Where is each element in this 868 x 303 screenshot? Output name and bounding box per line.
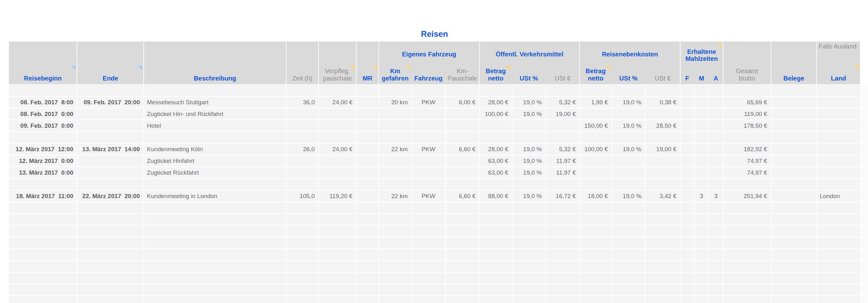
cell-betrag-netto-oev[interactable] (480, 120, 512, 131)
cell-beschreibung[interactable] (144, 214, 286, 225)
cell-belege[interactable] (771, 237, 816, 248)
cell-gesamt-brutto[interactable] (723, 273, 771, 284)
cell-reisebeginn[interactable]: 13. März 2017 0:00 (9, 167, 77, 178)
cell-ust-prozent-oev[interactable] (513, 284, 545, 295)
cell-betrag-netto-oev[interactable] (480, 179, 512, 190)
cell-ust-euro-oev[interactable] (546, 226, 579, 237)
column-header-belege[interactable]: Belege (771, 75, 816, 84)
cell-belege[interactable] (771, 202, 816, 213)
cell-ust-euro-rnk[interactable] (646, 273, 680, 284)
cell-belege[interactable] (771, 85, 816, 96)
cell-betrag-netto-rnk[interactable] (580, 132, 611, 143)
cell-verpfleg-pauschale[interactable] (319, 202, 356, 213)
column-header-verpfleg-pauschale[interactable]: Verpfleg. pauschale (319, 68, 356, 84)
cell-betrag-netto-oev[interactable]: 63,00 € (480, 155, 512, 166)
cell-betrag-netto-rnk[interactable] (580, 249, 611, 260)
cell-ust-prozent-rnk[interactable] (612, 202, 645, 213)
cell-ust-euro-rnk[interactable]: 3,42 € (646, 191, 680, 202)
cell-reisebeginn[interactable] (9, 237, 77, 248)
cell-f[interactable] (681, 284, 694, 295)
cell-betrag-netto-rnk[interactable] (580, 167, 611, 178)
cell-m[interactable] (694, 273, 708, 284)
cell-zeit-h[interactable]: 36,0 (286, 97, 318, 108)
cell-reisebeginn[interactable] (9, 296, 77, 303)
cell-ust-euro-rnk[interactable] (646, 179, 680, 190)
cell-f[interactable] (681, 167, 694, 178)
cell-gesamt-brutto[interactable]: 74,97 € (723, 167, 771, 178)
cell-belege[interactable] (771, 249, 816, 260)
cell-belege[interactable] (771, 155, 816, 166)
cell-belege[interactable] (771, 191, 816, 202)
column-header-land[interactable]: Land (817, 75, 860, 84)
cell-land[interactable] (817, 120, 860, 131)
cell-ust-prozent-rnk[interactable]: 19,0 % (612, 120, 645, 131)
cell-mr[interactable] (356, 261, 378, 272)
cell-fahrzeug[interactable] (412, 261, 445, 272)
cell-ust-euro-rnk[interactable] (646, 132, 680, 143)
cell-zeit-h[interactable] (286, 261, 318, 272)
cell-km-pauschale[interactable] (446, 155, 479, 166)
cell-belege[interactable] (771, 273, 816, 284)
cell-ust-euro-oev[interactable]: 11,97 € (546, 155, 579, 166)
cell-zeit-h[interactable] (286, 132, 318, 143)
cell-zeit-h[interactable] (286, 249, 318, 260)
cell-gesamt-brutto[interactable] (723, 85, 771, 96)
cell-betrag-netto-rnk[interactable] (580, 261, 611, 272)
column-header-gesamt-brutto[interactable]: Gesamt brutto (723, 68, 771, 84)
cell-ust-prozent-rnk[interactable] (612, 179, 645, 190)
cell-ust-prozent-oev[interactable] (513, 85, 545, 96)
cell-ende[interactable] (78, 132, 144, 143)
cell-beschreibung[interactable] (144, 261, 286, 272)
cell-km-pauschale[interactable] (446, 167, 479, 178)
cell-m[interactable]: 3 (694, 191, 708, 202)
cell-reisebeginn[interactable] (9, 284, 77, 295)
cell-ust-prozent-rnk[interactable] (612, 296, 645, 303)
cell-betrag-netto-oev[interactable] (480, 202, 512, 213)
cell-km-gefahren[interactable] (379, 249, 411, 260)
cell-mr[interactable] (356, 284, 378, 295)
cell-betrag-netto-oev[interactable]: 28,00 € (480, 143, 512, 155)
cell-gesamt-brutto[interactable]: 182,92 € (723, 143, 771, 155)
cell-ust-euro-oev[interactable] (546, 179, 579, 190)
cell-a[interactable] (709, 143, 723, 155)
column-header-mr[interactable]: MR (356, 75, 378, 84)
cell-reisebeginn[interactable]: 12. März 2017 12:00 (9, 143, 77, 155)
cell-ust-prozent-oev[interactable] (513, 226, 545, 237)
cell-verpfleg-pauschale[interactable] (319, 284, 356, 295)
cell-beschreibung[interactable] (144, 249, 286, 260)
cell-km-gefahren[interactable] (379, 179, 411, 190)
cell-gesamt-brutto[interactable] (723, 237, 771, 248)
cell-fahrzeug[interactable] (412, 296, 445, 303)
cell-zeit-h[interactable] (286, 202, 318, 213)
cell-mr[interactable] (356, 191, 378, 202)
cell-beschreibung[interactable]: Zugticket Rückfahrt (144, 167, 286, 178)
cell-zeit-h[interactable]: 105,0 (286, 191, 318, 202)
column-header-a[interactable]: A (709, 75, 723, 84)
cell-fahrzeug[interactable] (412, 284, 445, 295)
cell-beschreibung[interactable] (144, 273, 286, 284)
cell-ust-euro-rnk[interactable] (646, 85, 680, 96)
cell-ende[interactable] (78, 284, 144, 295)
cell-m[interactable] (694, 202, 708, 213)
cell-mr[interactable] (356, 85, 378, 96)
cell-verpfleg-pauschale[interactable] (319, 226, 356, 237)
cell-ust-euro-rnk[interactable]: 28,50 € (646, 120, 680, 131)
cell-km-pauschale[interactable]: 6,00 € (446, 97, 479, 108)
cell-km-gefahren[interactable] (379, 296, 411, 303)
cell-ust-prozent-rnk[interactable] (612, 249, 645, 260)
cell-verpfleg-pauschale[interactable] (319, 179, 356, 190)
cell-verpfleg-pauschale[interactable] (319, 237, 356, 248)
cell-zeit-h[interactable] (286, 155, 318, 166)
cell-ust-prozent-rnk[interactable] (612, 85, 645, 96)
cell-beschreibung[interactable] (144, 132, 286, 143)
cell-a[interactable] (709, 85, 723, 96)
cell-km-pauschale[interactable] (446, 261, 479, 272)
cell-mr[interactable] (356, 120, 378, 131)
cell-m[interactable] (694, 261, 708, 272)
cell-a[interactable] (709, 132, 723, 143)
cell-land[interactable] (817, 97, 860, 108)
cell-beschreibung[interactable]: Zugticket Hinfahrt (144, 155, 286, 166)
cell-ende[interactable] (78, 179, 144, 190)
cell-ust-euro-oev[interactable]: 5,32 € (546, 97, 579, 108)
cell-ust-euro-oev[interactable] (546, 120, 579, 131)
